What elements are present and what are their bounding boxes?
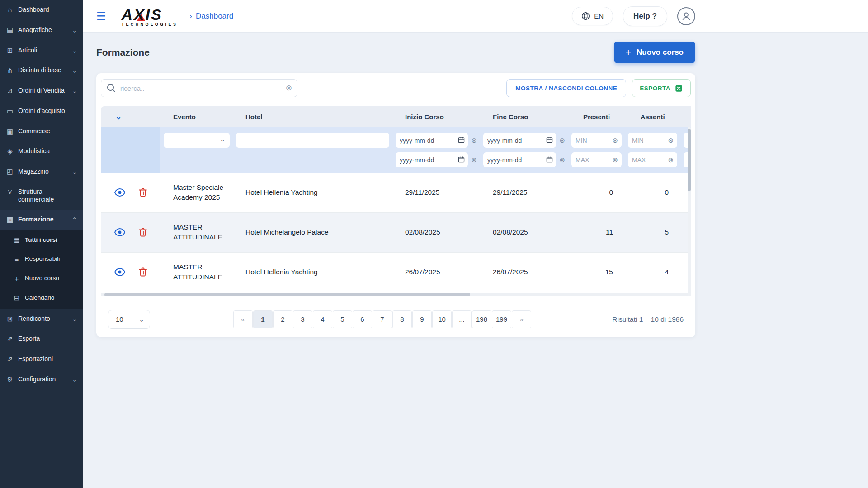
new-course-button[interactable]: Nuovo corso: [614, 42, 695, 63]
sidebar-item-label: Configuration: [18, 375, 68, 384]
search-box: [101, 79, 297, 97]
toggle-columns-button[interactable]: MOSTRA / NASCONDI COLONNE: [506, 79, 626, 97]
fine-corso-from-date-input[interactable]: [483, 133, 556, 148]
export-button[interactable]: ESPORTA: [632, 79, 691, 97]
sidebar-item-magazzino[interactable]: Magazzino: [0, 162, 83, 182]
search-input[interactable]: [101, 79, 297, 97]
page-button-8[interactable]: 8: [392, 310, 412, 328]
page-button-2[interactable]: 2: [273, 310, 292, 328]
inizio-corso-to-date-input[interactable]: [396, 152, 468, 167]
page-button-9[interactable]: 9: [412, 310, 432, 328]
sidebar-item-ordini-di-vendita[interactable]: Ordini di Vendita: [0, 81, 83, 101]
column-header-hotel: Hotel: [233, 106, 392, 127]
sidebar-item-struttura-commerciale[interactable]: Struttura commerciale: [0, 182, 83, 210]
page-button-3[interactable]: 3: [293, 310, 312, 328]
vertical-scrollbar[interactable]: [688, 127, 691, 296]
breadcrumb-separator: ›: [189, 12, 192, 21]
evento-filter-select[interactable]: [164, 133, 230, 148]
topbar: AXIS TECHNOLOGIES › Dashboard EN Help ?: [83, 0, 868, 33]
view-button[interactable]: [114, 268, 125, 276]
page-size-value: 10: [116, 315, 123, 323]
page-button-1[interactable]: 1: [253, 310, 273, 328]
calendar-icon[interactable]: [546, 136, 553, 143]
language-button[interactable]: EN: [572, 7, 613, 25]
fine-corso-cell: 29/11/2025: [480, 173, 568, 213]
clear-icon[interactable]: [668, 156, 674, 163]
user-avatar[interactable]: [677, 7, 695, 25]
page-first-button[interactable]: «: [233, 310, 253, 328]
delete-button[interactable]: [139, 228, 147, 237]
page-next-button[interactable]: »: [512, 310, 531, 328]
language-label: EN: [594, 12, 604, 20]
delete-button[interactable]: [139, 267, 147, 277]
page-ellipsis-button[interactable]: ...: [452, 310, 472, 328]
sidebar-item-commesse[interactable]: Commesse: [0, 122, 83, 142]
vertical-scrollbar-thumb[interactable]: [688, 129, 691, 191]
delete-button[interactable]: [139, 188, 147, 197]
export-icon: [6, 355, 14, 364]
evento-cell: MASTER ATTITUDINALE: [160, 212, 233, 252]
page-button-6[interactable]: 6: [353, 310, 372, 328]
view-button[interactable]: [114, 188, 125, 197]
sidebar-subitem-nuovo-corso[interactable]: Nuovo corso: [0, 269, 83, 289]
sidebar: Dashboard Anagrafiche Articoli Distinta …: [0, 0, 83, 488]
sidebar-item-formazione[interactable]: Formazione: [0, 210, 83, 230]
clear-icon[interactable]: [612, 156, 618, 163]
clear-icon[interactable]: [612, 137, 618, 144]
fine-corso-to-date-input[interactable]: [483, 152, 556, 167]
sidebar-item-rendiconto[interactable]: Rendiconto: [0, 309, 83, 329]
page-button-198[interactable]: 198: [472, 310, 491, 328]
sidebar-item-anagrafiche[interactable]: Anagrafiche: [0, 20, 83, 41]
chevron-up-icon: [72, 216, 77, 223]
page-size-select[interactable]: 10: [108, 310, 150, 329]
view-button[interactable]: [114, 228, 125, 236]
breadcrumb-item[interactable]: Dashboard: [196, 12, 233, 21]
box-icon: [6, 47, 14, 55]
clear-icon[interactable]: [559, 156, 565, 163]
sidebar-item-esportazioni[interactable]: Esportazioni: [0, 349, 83, 370]
calendar-icon[interactable]: [458, 136, 465, 143]
excel-icon: [675, 84, 683, 93]
new-course-label: Nuovo corso: [637, 48, 684, 57]
sidebar-subitem-calendario[interactable]: Calendario: [0, 289, 83, 308]
sidebar-subitem-tutti-i-corsi[interactable]: Tutti i corsi: [0, 231, 83, 250]
results-count: Risultati 1 – 10 di 1986: [612, 315, 684, 324]
sidebar-item-label: Ordini di Vendita: [18, 87, 68, 95]
sidebar-item-ordini-dacquisto[interactable]: Ordini d'acquisto: [0, 101, 83, 122]
menu-toggle-icon[interactable]: [96, 11, 106, 22]
home-icon: [6, 6, 14, 14]
plus-icon: [13, 275, 21, 283]
clear-icon[interactable]: [471, 156, 477, 163]
sidebar-item-articoli[interactable]: Articoli: [0, 41, 83, 61]
calendar-icon[interactable]: [546, 156, 553, 163]
page-button-7[interactable]: 7: [373, 310, 392, 328]
hotel-filter-input[interactable]: [236, 133, 389, 148]
horizontal-scrollbar[interactable]: [101, 293, 691, 296]
help-button[interactable]: Help ?: [623, 6, 667, 26]
page-button-199[interactable]: 199: [492, 310, 511, 328]
page-button-10[interactable]: 10: [432, 310, 452, 328]
sidebar-subitem-responsabili[interactable]: Responsabili: [0, 250, 83, 269]
sidebar-item-dashboard[interactable]: Dashboard: [0, 0, 83, 20]
clear-search-icon[interactable]: [286, 83, 292, 93]
sidebar-item-esporta[interactable]: Esporta: [0, 329, 83, 349]
inizio-corso-from-date-input[interactable]: [396, 133, 468, 148]
column-header-inizio-corso: Inizio Corso: [392, 106, 480, 127]
page-button-4[interactable]: 4: [313, 310, 332, 328]
sidebar-item-distinta-di-base[interactable]: Distinta di base: [0, 61, 83, 81]
clear-icon[interactable]: [559, 137, 565, 144]
sidebar-item-configuration[interactable]: Configuration: [0, 370, 83, 390]
sidebar-item-modulistica[interactable]: Modulistica: [0, 141, 83, 162]
clear-icon[interactable]: [668, 137, 674, 144]
column-header-evento: Evento: [160, 106, 233, 127]
breadcrumb[interactable]: › Dashboard: [189, 12, 233, 21]
calendar-icon[interactable]: [458, 156, 465, 163]
sidebar-item-label: Rendiconto: [18, 315, 68, 323]
column-header-fine-corso: Fine Corso: [480, 106, 568, 127]
horizontal-scrollbar-thumb[interactable]: [104, 293, 470, 296]
assenti-cell: 5: [625, 212, 680, 252]
page-button-5[interactable]: 5: [333, 310, 352, 328]
select-all-chevron-icon[interactable]: [115, 113, 122, 121]
clear-icon[interactable]: [471, 137, 477, 144]
table-row: MASTER ATTITUDINALE Hotel Hellenia Yacht…: [101, 252, 691, 291]
